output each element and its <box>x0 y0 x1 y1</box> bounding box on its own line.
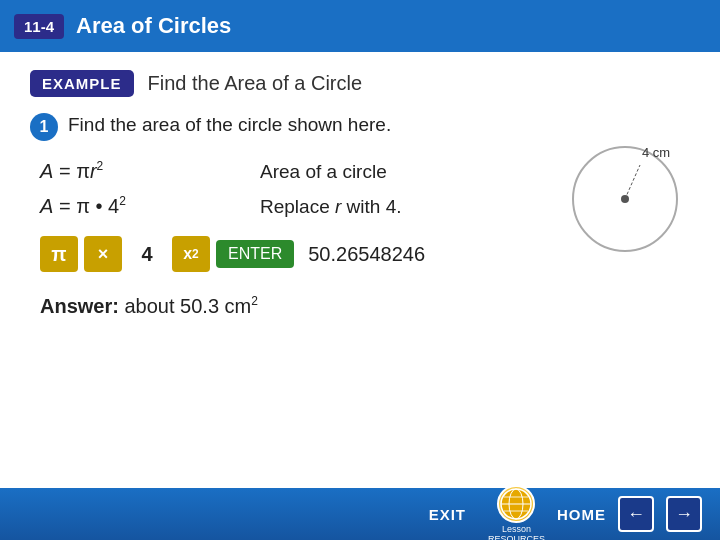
example-header: EXAMPLE Find the Area of a Circle <box>30 70 690 97</box>
step1-text: Find the area of the circle shown here. <box>68 114 391 136</box>
answer-text: about 50.3 cm2 <box>124 295 257 317</box>
svg-text:4 cm: 4 cm <box>642 145 670 160</box>
exit-button[interactable]: EXIT <box>429 506 466 523</box>
main-content: EXAMPLE Find the Area of a Circle 1 Find… <box>0 52 720 528</box>
number-4: 4 <box>128 236 166 272</box>
answer-label: Answer: <box>40 295 119 317</box>
resources-label: LessonRESOURCES <box>488 524 545 541</box>
equation-left-1: A = πr2 <box>40 159 260 183</box>
multiply-button[interactable]: × <box>84 236 122 272</box>
equation-right-1: Area of a circle <box>260 161 387 183</box>
equation-right-2: Replace r with 4. <box>260 196 402 218</box>
home-button[interactable]: HOME <box>557 506 606 523</box>
globe-icon <box>497 485 535 523</box>
back-arrow-button[interactable]: ← <box>618 496 654 532</box>
equation-left-2: A = π • 42 <box>40 195 260 219</box>
x-squared-button[interactable]: x2 <box>172 236 210 272</box>
lesson-badge: 11-4 <box>14 14 64 39</box>
answer-row: Answer: about 50.3 cm2 <box>40 294 690 318</box>
forward-arrow-button[interactable]: → <box>666 496 702 532</box>
bottom-bar: EXIT LessonRESOURCES HOME ← → <box>0 488 720 540</box>
example-title: Find the Area of a Circle <box>148 72 363 95</box>
example-badge: EXAMPLE <box>30 70 134 97</box>
enter-button[interactable]: ENTER <box>216 240 294 268</box>
circle-svg: 4 cm <box>560 127 690 257</box>
pi-button[interactable]: π <box>40 236 78 272</box>
step-number: 1 <box>30 113 58 141</box>
page-title: Area of Circles <box>76 13 231 39</box>
calculator-result: 50.26548246 <box>308 243 425 266</box>
resources-button[interactable]: LessonRESOURCES <box>488 485 545 541</box>
top-bar: 11-4 Area of Circles <box>0 0 720 52</box>
circle-diagram: 4 cm <box>560 127 690 257</box>
